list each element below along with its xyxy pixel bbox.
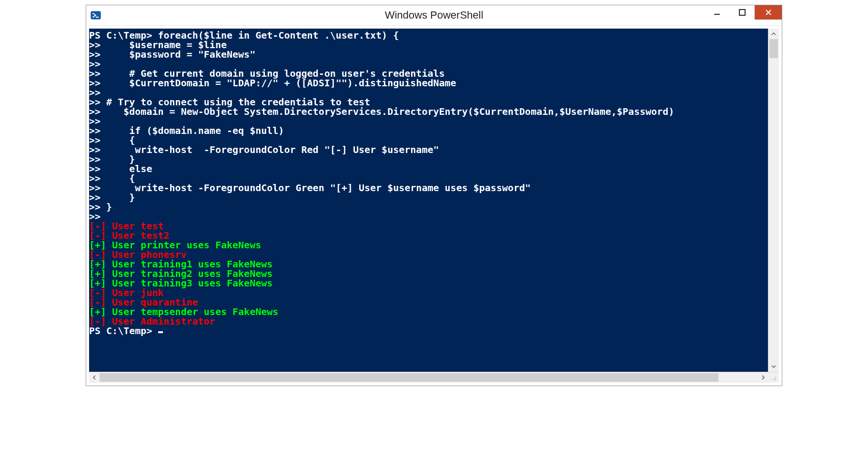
console-line: >> { bbox=[89, 173, 768, 183]
console-line: >> if ($domain.name -eq $null) bbox=[89, 126, 768, 135]
console-line: >> $domain = New-Object System.Directory… bbox=[89, 107, 768, 116]
console-output[interactable]: PS C:\Temp> foreach($line in Get-Content… bbox=[89, 29, 768, 372]
console-line: [-] User quarantine bbox=[89, 297, 768, 307]
console-line: >> bbox=[89, 59, 768, 69]
console-line: >> $password = "FakeNews" bbox=[89, 50, 768, 59]
console-line: >> else bbox=[89, 164, 768, 173]
console-line: PS C:\Temp> foreach($line in Get-Content… bbox=[89, 31, 768, 40]
svg-point-6 bbox=[775, 377, 776, 378]
scroll-left-arrow-icon[interactable] bbox=[89, 372, 100, 383]
vertical-scroll-track[interactable] bbox=[768, 39, 779, 361]
cursor bbox=[158, 331, 163, 333]
console-line: >> # Get current domain using logged-on … bbox=[89, 69, 768, 78]
client-area: PS C:\Temp> foreach($line in Get-Content… bbox=[86, 26, 782, 386]
console-line: >> # Try to connect using the credential… bbox=[89, 97, 768, 107]
powershell-window: Windows PowerShell PS C:\Temp> foreach($… bbox=[86, 5, 782, 386]
vertical-scrollbar[interactable] bbox=[768, 29, 779, 372]
scroll-right-arrow-icon[interactable] bbox=[758, 372, 768, 383]
powershell-icon bbox=[90, 10, 101, 21]
console-line: [+] User training1 uses FakeNews bbox=[89, 259, 768, 269]
console-line: [+] User training2 uses FakeNews bbox=[89, 269, 768, 278]
window-controls bbox=[704, 5, 782, 20]
console-line: >> write-host -ForegroundColor Red "[-] … bbox=[89, 145, 768, 154]
svg-rect-2 bbox=[714, 14, 720, 15]
console-line: [+] User training3 uses FakeNews bbox=[89, 278, 768, 288]
console-line: >> $CurrentDomain = "LDAP://" + ([ADSI]"… bbox=[89, 78, 768, 88]
console-line: [-] User test bbox=[89, 221, 768, 231]
console-line: >> bbox=[89, 88, 768, 97]
maximize-button[interactable] bbox=[729, 5, 755, 20]
console-line: >> } bbox=[89, 193, 768, 202]
window-title: Windows PowerShell bbox=[86, 9, 782, 21]
console-line: >> $username = $line bbox=[89, 40, 768, 50]
horizontal-scroll-track[interactable] bbox=[100, 372, 758, 383]
console-prompt[interactable]: PS C:\Temp> bbox=[89, 326, 768, 336]
console-line: >> bbox=[89, 212, 768, 221]
vertical-scroll-thumb[interactable] bbox=[769, 39, 778, 58]
horizontal-scroll-thumb[interactable] bbox=[100, 373, 718, 382]
scroll-down-arrow-icon[interactable] bbox=[768, 361, 779, 372]
console-line: [+] User printer uses FakeNews bbox=[89, 240, 768, 250]
titlebar[interactable]: Windows PowerShell bbox=[86, 5, 782, 26]
console-line: [+] User tempsender uses FakeNews bbox=[89, 307, 768, 316]
console-line: [-] User junk bbox=[89, 288, 768, 297]
horizontal-scrollbar[interactable] bbox=[89, 372, 779, 383]
minimize-button[interactable] bbox=[704, 5, 729, 20]
resize-grip-icon[interactable] bbox=[768, 372, 779, 383]
svg-rect-1 bbox=[96, 17, 99, 18]
console-line: >> { bbox=[89, 135, 768, 145]
console-line: >> bbox=[89, 116, 768, 126]
svg-point-5 bbox=[773, 379, 774, 380]
svg-rect-3 bbox=[739, 10, 745, 15]
console-line: [-] User phonesrv bbox=[89, 250, 768, 259]
console-line: >> write-host -ForegroundColor Green "[+… bbox=[89, 183, 768, 193]
console-line: [-] User test2 bbox=[89, 231, 768, 240]
console-wrap: PS C:\Temp> foreach($line in Get-Content… bbox=[89, 29, 779, 372]
scroll-up-arrow-icon[interactable] bbox=[768, 29, 779, 39]
console-line: >> } bbox=[89, 154, 768, 164]
viewport: Windows PowerShell PS C:\Temp> foreach($… bbox=[0, 0, 868, 469]
console-line: >> } bbox=[89, 202, 768, 212]
svg-point-4 bbox=[775, 379, 776, 380]
console-line: [-] User Administrator bbox=[89, 316, 768, 326]
close-button[interactable] bbox=[755, 5, 782, 20]
